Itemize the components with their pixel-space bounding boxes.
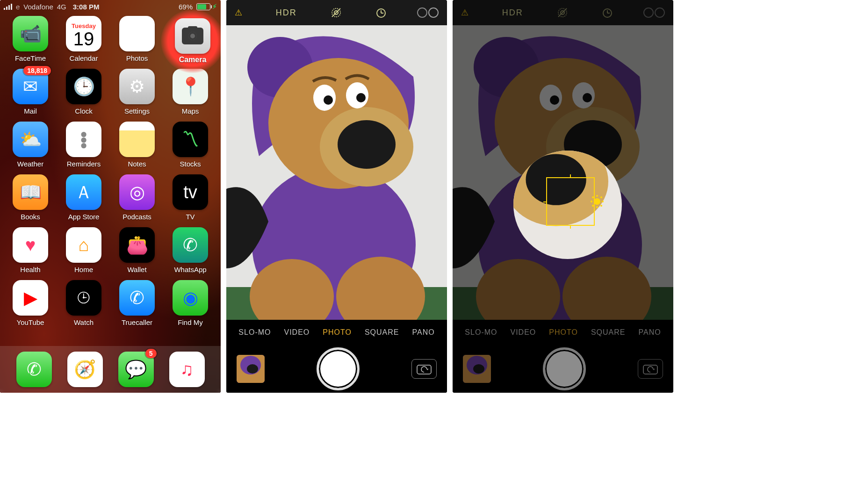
camera-viewfinder[interactable] xyxy=(226,25,447,320)
dock: ✆ 🧭 💬 5 ♫ xyxy=(0,346,221,393)
filters-toggle[interactable] xyxy=(420,7,439,18)
callout-camera-highlight: Camera xyxy=(161,9,221,73)
shutter-button[interactable] xyxy=(317,347,360,390)
camera-viewfinder[interactable] xyxy=(453,25,673,320)
app-health[interactable]: ♥ Health xyxy=(8,227,52,274)
svg-point-37 xyxy=(583,93,592,102)
camera-mode-selector[interactable]: SLO-MO VIDEO PHOTO SQUARE PANO xyxy=(453,320,673,345)
app-settings[interactable]: ⚙︎ Settings xyxy=(115,69,159,115)
clock-icon: 🕒 xyxy=(73,76,95,97)
app-wallet[interactable]: 👛 Wallet xyxy=(115,227,159,274)
mode-photo[interactable]: PHOTO xyxy=(549,328,578,337)
camera-icon[interactable] xyxy=(175,18,210,54)
app-label-facetime: FaceTime xyxy=(15,54,46,62)
app-appstore[interactable]: Ａ App Store xyxy=(62,174,106,221)
findmy-icon: ◉ xyxy=(183,288,198,308)
mode-pano[interactable]: PANO xyxy=(638,328,661,337)
mode-slomo[interactable]: SLO-MO xyxy=(238,328,271,337)
signal-bars-icon xyxy=(4,4,12,10)
app-podcasts[interactable]: ◎ Podcasts xyxy=(115,174,159,221)
camera-mode-selector[interactable]: SLO-MO VIDEO PHOTO SQUARE PANO xyxy=(226,320,447,345)
app-label-tv: TV xyxy=(186,213,195,221)
app-findmy[interactable]: ◉ Find My xyxy=(168,280,212,326)
app-watch[interactable]: ⌚︎ Watch xyxy=(62,280,106,326)
app-label-health: Health xyxy=(20,266,40,274)
maps-icon: 📍 xyxy=(180,76,202,97)
svg-line-23 xyxy=(558,8,567,17)
app-clock[interactable]: 🕒 Clock xyxy=(62,69,106,115)
flash-warning-icon[interactable]: ⚠︎ xyxy=(235,7,243,18)
timer-toggle[interactable] xyxy=(601,7,613,19)
app-calendar[interactable]: Tuesday 19 Calendar xyxy=(62,16,106,62)
app-truecaller[interactable]: ✆ Truecaller xyxy=(115,280,159,326)
battery-icon xyxy=(196,3,210,10)
home-icon: ⌂ xyxy=(79,235,89,255)
svg-point-35 xyxy=(550,95,559,105)
hdr-toggle[interactable]: HDR xyxy=(276,8,297,18)
app-books[interactable]: 📖 Books xyxy=(8,174,52,221)
dock-phone[interactable]: ✆ xyxy=(16,352,52,387)
flash-warning-icon[interactable]: ⚠︎ xyxy=(461,7,469,18)
mode-slomo[interactable]: SLO-MO xyxy=(465,328,497,337)
live-photo-toggle[interactable] xyxy=(330,6,343,19)
flip-camera-button[interactable] xyxy=(638,359,663,379)
app-reminders[interactable]: ●●● Reminders xyxy=(62,122,106,168)
calendar-day: 19 xyxy=(73,29,94,48)
app-weather[interactable]: ⛅ Weather xyxy=(8,122,52,168)
app-label-settings: Settings xyxy=(124,107,150,115)
mode-square[interactable]: SQUARE xyxy=(365,328,399,337)
svg-point-19 xyxy=(247,364,258,374)
dock-messages[interactable]: 💬 5 xyxy=(118,352,154,387)
dock-music[interactable]: ♫ xyxy=(169,352,205,387)
svg-line-2 xyxy=(332,8,340,17)
app-label-photos: Photos xyxy=(126,54,148,62)
camera-top-bar: ⚠︎ HDR xyxy=(226,0,447,25)
appstore-icon: Ａ xyxy=(75,180,93,204)
last-photo-thumbnail[interactable] xyxy=(463,355,491,383)
app-tv[interactable]: tv TV xyxy=(168,174,212,221)
camera-app-focus-lock: ⚠︎ HDR xyxy=(453,0,673,393)
exposure-sun-icon[interactable] xyxy=(594,198,600,205)
stocks-icon: 〽︎ xyxy=(181,130,199,150)
mode-video[interactable]: VIDEO xyxy=(284,328,310,337)
app-stocks[interactable]: 〽︎ Stocks xyxy=(168,122,212,168)
svg-point-16 xyxy=(356,93,366,102)
app-label-notes: Notes xyxy=(128,160,146,168)
live-photo-toggle[interactable] xyxy=(556,6,569,19)
app-youtube[interactable]: ▶ YouTube xyxy=(8,280,52,326)
app-label-whatsapp: WhatsApp xyxy=(174,266,206,274)
app-label-weather: Weather xyxy=(17,160,43,168)
tv-icon: tv xyxy=(183,182,197,202)
mode-pano[interactable]: PANO xyxy=(412,328,434,337)
mode-video[interactable]: VIDEO xyxy=(510,328,536,337)
clock-time: 3:08 PM xyxy=(73,3,100,11)
filters-toggle[interactable] xyxy=(646,7,665,18)
app-whatsapp[interactable]: ✆ WhatsApp xyxy=(168,227,212,274)
gear-icon: ⚙︎ xyxy=(129,76,145,97)
app-label-podcasts: Podcasts xyxy=(123,213,151,221)
app-label-home: Home xyxy=(74,266,93,274)
app-label-reminders: Reminders xyxy=(67,160,101,168)
app-label-youtube: YouTube xyxy=(17,318,44,326)
app-mail[interactable]: ✉︎ 18,818 Mail xyxy=(8,69,52,115)
shutter-button[interactable] xyxy=(543,347,586,390)
last-photo-thumbnail[interactable] xyxy=(237,355,265,383)
network-label: 4G xyxy=(57,3,66,11)
app-notes[interactable]: Notes xyxy=(115,122,159,168)
app-label-findmy: Find My xyxy=(178,318,202,326)
mode-square[interactable]: SQUARE xyxy=(591,328,626,337)
app-label-books: Books xyxy=(21,213,40,221)
flip-camera-button[interactable] xyxy=(411,359,437,379)
app-facetime[interactable]: 📹 FaceTime xyxy=(8,16,52,62)
timer-toggle[interactable] xyxy=(375,7,387,19)
dock-safari[interactable]: 🧭 xyxy=(67,352,103,387)
mode-photo[interactable]: PHOTO xyxy=(323,328,352,337)
music-icon: ♫ xyxy=(180,360,194,380)
focus-reticle xyxy=(546,177,595,226)
app-maps[interactable]: 📍 Maps xyxy=(168,69,212,115)
svg-point-12 xyxy=(338,120,396,169)
app-home[interactable]: ⌂ Home xyxy=(62,227,106,274)
youtube-icon: ▶ xyxy=(24,288,37,308)
hdr-toggle[interactable]: HDR xyxy=(502,8,523,18)
app-photos[interactable]: ✿ Photos xyxy=(115,16,159,62)
